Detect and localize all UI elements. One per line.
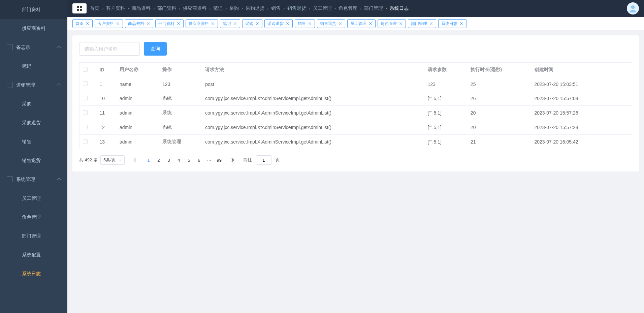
breadcrumb-item[interactable]: 采购 <box>229 5 239 11</box>
select-all-checkbox[interactable] <box>83 67 88 72</box>
row-checkbox[interactable] <box>83 96 88 100</box>
tab[interactable]: 销售 <box>295 19 315 28</box>
search-button[interactable]: 查询 <box>144 42 167 56</box>
tab[interactable]: 采购 <box>242 19 262 28</box>
page-number[interactable]: 2 <box>154 155 164 165</box>
close-icon[interactable] <box>255 22 259 26</box>
breadcrumb-separator: › <box>360 6 361 11</box>
sidebar-group-memo[interactable]: 备忘录 <box>0 38 67 57</box>
page-number[interactable]: 5 <box>184 155 194 165</box>
cell-username: admin <box>116 135 159 149</box>
sidebar-item-label: 采购 <box>22 101 31 106</box>
pagination: 共 492 条 5条/页 123456···99 前往 页 <box>79 155 632 165</box>
sidebar-item-label: 系统日志 <box>22 271 41 276</box>
sidebar-item-dept-mgmt[interactable]: 部门管理 <box>0 226 67 245</box>
sidebar-item-config[interactable]: 系统配置 <box>0 245 67 264</box>
system-icon <box>7 176 13 182</box>
close-icon[interactable] <box>338 22 342 26</box>
tab[interactable]: 员工管理 <box>347 19 376 28</box>
sidebar-group-label: 进销管理 <box>16 75 35 94</box>
username-input[interactable] <box>79 42 140 56</box>
goto-page-input[interactable] <box>256 155 271 165</box>
tab[interactable]: 角色管理 <box>378 19 406 28</box>
page-ellipsis[interactable]: ··· <box>204 155 214 165</box>
row-checkbox[interactable] <box>83 139 88 144</box>
breadcrumb-item[interactable]: 首页 <box>90 5 99 11</box>
sidebar-item-purchase-return[interactable]: 采购退货 <box>0 113 67 132</box>
row-checkbox[interactable] <box>83 110 88 115</box>
chevron-up-icon <box>57 83 61 88</box>
home-button[interactable] <box>72 3 87 13</box>
row-checkbox[interactable] <box>83 81 88 86</box>
tab[interactable]: 供应商资料 <box>186 19 218 28</box>
tab[interactable]: 部门管理 <box>408 19 436 28</box>
close-icon[interactable] <box>399 22 403 26</box>
row-checkbox[interactable] <box>83 125 88 129</box>
tab[interactable]: 笔记 <box>220 19 240 28</box>
sidebar-item-label: 采购退货 <box>22 120 41 125</box>
prev-page-button[interactable] <box>131 155 141 165</box>
close-icon[interactable] <box>176 22 181 26</box>
close-icon[interactable] <box>308 22 312 26</box>
breadcrumb-item[interactable]: 部门管理 <box>364 5 383 11</box>
sidebar-item-role[interactable]: 角色管理 <box>0 208 67 226</box>
breadcrumb-item[interactable]: 员工管理 <box>313 5 332 11</box>
tab-label: 员工管理 <box>350 20 366 28</box>
sidebar-item-sales[interactable]: 销售 <box>0 132 67 151</box>
tab[interactable]: 客户资料 <box>95 19 123 28</box>
breadcrumb-item[interactable]: 销售退货 <box>287 5 306 11</box>
table-header-row: ID 用户名称 操作 请求方法 请求参数 执行时长(毫秒) 创建时间 <box>79 63 632 77</box>
sidebar-group-system[interactable]: 系统管理 <box>0 170 67 189</box>
sidebar-item-supplier-data[interactable]: 供应商资料 <box>0 19 67 38</box>
sidebar-group-inventory[interactable]: 进销管理 <box>0 75 67 94</box>
close-icon[interactable] <box>233 22 237 26</box>
close-icon[interactable] <box>211 22 215 26</box>
cell-username: admin <box>116 120 159 135</box>
tab[interactable]: 销售退货 <box>317 19 345 28</box>
tab[interactable]: 采购退货 <box>264 19 293 28</box>
tab[interactable]: 商品资料 <box>125 19 153 28</box>
breadcrumb-item[interactable]: 商品资料 <box>132 5 151 11</box>
sidebar-item-note[interactable]: 笔记 <box>0 57 67 75</box>
cell-username: name <box>116 77 159 91</box>
page-size-select[interactable]: 5条/页 <box>100 155 125 165</box>
sidebar-item-dept-data[interactable]: 部门资料 <box>0 0 67 19</box>
close-icon[interactable] <box>116 22 120 26</box>
breadcrumb-item[interactable]: 客户资料 <box>106 5 125 11</box>
sidebar-item-purchase[interactable]: 采购 <box>0 94 67 113</box>
tab[interactable]: 系统日志 <box>438 19 466 28</box>
table-row: 13 admin 系统管理 com.ygy.jxc.service.Impl.X… <box>79 135 632 149</box>
avatar-icon <box>628 3 638 13</box>
breadcrumb-separator: › <box>102 6 103 11</box>
breadcrumb-item[interactable]: 部门资料 <box>157 5 176 11</box>
close-icon[interactable] <box>86 22 90 26</box>
log-table: ID 用户名称 操作 请求方法 请求参数 执行时长(毫秒) 创建时间 1 nam… <box>79 62 632 149</box>
sidebar-item-staff[interactable]: 员工管理 <box>0 189 67 208</box>
close-icon[interactable] <box>459 22 463 26</box>
sidebar-item-label: 角色管理 <box>22 214 41 220</box>
close-icon[interactable] <box>146 22 150 26</box>
next-page-button[interactable] <box>227 155 237 165</box>
breadcrumb-item[interactable]: 销售 <box>271 5 281 11</box>
breadcrumb-item[interactable]: 笔记 <box>213 5 223 11</box>
page-number[interactable]: 6 <box>194 155 204 165</box>
breadcrumb-item[interactable]: 采购退货 <box>246 5 264 11</box>
breadcrumb-item[interactable]: 供应商资料 <box>183 5 206 11</box>
tab[interactable]: 首页 <box>72 19 93 28</box>
page-number[interactable]: 4 <box>174 155 184 165</box>
sidebar-item-syslog[interactable]: 系统日志 <box>0 264 67 283</box>
cell-id: 11 <box>96 106 117 120</box>
page-number[interactable]: 99 <box>214 155 224 165</box>
avatar[interactable] <box>627 2 639 14</box>
breadcrumb-item[interactable]: 系统日志 <box>390 5 409 11</box>
close-icon[interactable] <box>286 22 290 26</box>
page-number[interactable]: 3 <box>164 155 174 165</box>
sidebar-item-sales-return[interactable]: 销售退货 <box>0 151 67 170</box>
svg-point-2 <box>632 6 632 7</box>
tab[interactable]: 部门资料 <box>155 19 184 28</box>
cell-created: 2023-07-20 15:03:51 <box>531 77 632 91</box>
close-icon[interactable] <box>368 22 373 26</box>
breadcrumb-item[interactable]: 角色管理 <box>339 5 357 11</box>
close-icon[interactable] <box>429 22 433 26</box>
page-number[interactable]: 1 <box>143 155 154 165</box>
